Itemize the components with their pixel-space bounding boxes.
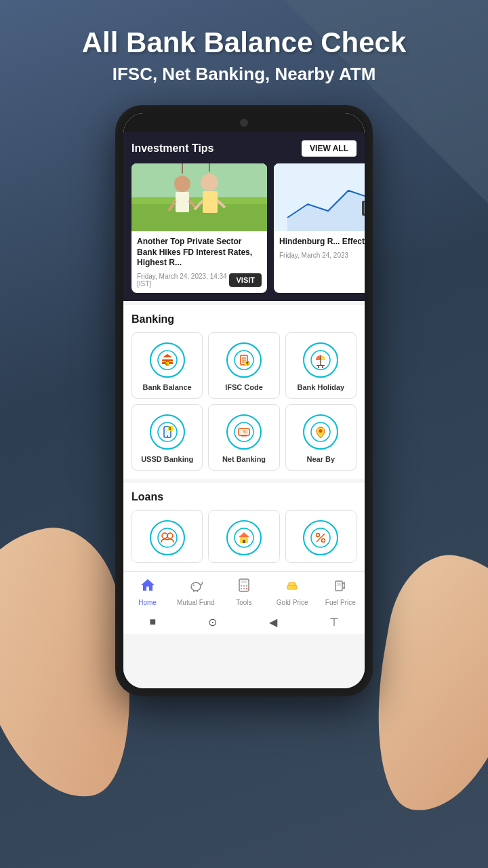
ifsc-code-icon: ₹ <box>226 342 262 378</box>
svg-point-7 <box>201 174 218 191</box>
loan-icon-3 <box>303 520 338 555</box>
ifsc-code-item[interactable]: ₹ IFSC Code <box>208 332 279 399</box>
news-card-body-2: Hindenburg R... Effect: Jack D... Friday… <box>274 231 365 264</box>
bottom-nav: Home <box>123 571 365 610</box>
android-circle-btn[interactable]: ⊙ <box>208 616 217 629</box>
bank-holiday-item[interactable]: Bank Holiday <box>285 332 357 399</box>
nav-tools[interactable]: Tools <box>225 577 263 606</box>
camera-dot <box>240 119 248 127</box>
news-card-date-2: Friday, March 24, 2023 <box>279 252 348 259</box>
android-back-btn[interactable]: ◀ <box>269 616 277 629</box>
nav-gold-price-label: Gold Price <box>277 599 308 606</box>
net-banking-icon: ₹0 <box>226 414 262 450</box>
loan-item-3[interactable] <box>285 510 357 563</box>
news-card-title-2: Hindenburg R... Effect: Jack D... <box>279 237 365 248</box>
gold-price-nav-icon <box>284 577 300 597</box>
svg-text:$: $ <box>169 426 171 430</box>
investment-header: Investment Tips VIEW ALL <box>131 140 357 157</box>
svg-point-68 <box>246 585 247 587</box>
svg-rect-35 <box>322 366 323 368</box>
svg-marker-21 <box>163 354 172 357</box>
nav-home[interactable]: Home <box>129 577 167 606</box>
android-square-btn[interactable]: ■ <box>149 616 156 628</box>
svg-rect-33 <box>317 365 325 366</box>
svg-point-58 <box>322 538 325 542</box>
android-menu-btn[interactable]: ⊤ <box>329 616 339 629</box>
nav-fuel-price-label: Fuel Price <box>325 599 356 606</box>
svg-point-69 <box>241 588 242 589</box>
nav-home-label: Home <box>138 599 157 606</box>
loans-title: Loans <box>131 491 357 503</box>
nav-gold-price[interactable]: Gold Price <box>273 577 311 606</box>
news-card-date-1: Friday, March 24, 2023, 14:34 [IST] <box>137 273 229 288</box>
fuel-price-nav-icon <box>332 577 348 597</box>
loan-item-2[interactable] <box>208 510 279 563</box>
svg-rect-34 <box>318 366 319 368</box>
bank-balance-icon: $ <box>150 342 185 378</box>
nav-tools-label: Tools <box>236 599 251 606</box>
svg-rect-4 <box>176 192 189 212</box>
app-subtitle: IFSC, Net Banking, Nearby ATM <box>20 64 468 85</box>
svg-rect-8 <box>203 191 218 213</box>
loan-item-1[interactable] <box>131 510 203 563</box>
svg-point-71 <box>246 588 247 589</box>
svg-rect-55 <box>243 540 245 543</box>
news-card-meta-1: Friday, March 24, 2023, 14:34 [IST] VISI… <box>137 273 262 288</box>
svg-rect-17 <box>364 202 365 214</box>
news-card-body-1: Another Top Private Sector Bank Hikes FD… <box>131 231 267 293</box>
nearby-item[interactable]: Near By <box>285 404 357 471</box>
loans-grid <box>131 510 357 563</box>
svg-line-59 <box>317 534 325 542</box>
news-card-title-1: Another Top Private Sector Bank Hikes FD… <box>137 237 262 269</box>
android-nav-bar: ■ ⊙ ◀ ⊤ <box>123 610 365 634</box>
investment-section: Investment Tips VIEW ALL <box>123 132 365 301</box>
svg-marker-53 <box>239 532 249 537</box>
nav-mutual-fund[interactable]: Mutual Fund <box>177 577 215 606</box>
mutual-fund-nav-icon <box>188 577 204 597</box>
bank-holiday-label: Bank Holiday <box>297 383 344 391</box>
svg-text:₹0: ₹0 <box>243 430 248 434</box>
header-section: All Bank Balance Check IFSC, Net Banking… <box>0 0 488 98</box>
investment-title: Investment Tips <box>131 142 214 155</box>
ussd-banking-item[interactable]: $ USSD Banking <box>131 404 203 471</box>
visit-button-1[interactable]: VISIT <box>229 273 262 287</box>
svg-point-50 <box>162 533 167 538</box>
nav-fuel-price[interactable]: Fuel Price <box>321 577 359 606</box>
svg-point-3 <box>174 176 190 192</box>
banking-section: Banking $ <box>123 305 365 479</box>
net-banking-item[interactable]: ₹0 Net Banking <box>208 404 279 471</box>
phone-inner: Investment Tips VIEW ALL <box>123 113 365 688</box>
news-card-1[interactable]: Another Top Private Sector Bank Hikes FD… <box>131 163 267 293</box>
svg-rect-1 <box>131 163 267 197</box>
ussd-banking-label: USSD Banking <box>141 455 193 463</box>
net-banking-label: Net Banking <box>222 455 266 463</box>
svg-point-51 <box>167 533 173 538</box>
svg-point-48 <box>319 429 323 433</box>
svg-rect-62 <box>193 590 195 592</box>
phone-notch <box>123 113 365 132</box>
news-card-2[interactable]: Hindenburg R... Effect: Jack D... Friday… <box>274 163 365 293</box>
svg-point-78 <box>343 587 345 589</box>
bank-holiday-icon <box>303 342 338 378</box>
phone-outer: Investment Tips VIEW ALL <box>115 105 373 696</box>
banking-title: Banking <box>131 313 357 326</box>
svg-point-38 <box>167 435 168 437</box>
svg-rect-2 <box>131 204 267 231</box>
home-nav-icon <box>140 577 156 597</box>
banking-grid: $ Bank Balance <box>131 332 357 471</box>
bank-balance-label: Bank Balance <box>143 383 192 391</box>
tools-nav-icon <box>236 577 252 597</box>
news-card-img-2 <box>274 163 365 231</box>
news-card-img-1 <box>131 163 267 231</box>
ussd-banking-icon: $ <box>150 414 185 450</box>
view-all-button[interactable]: VIEW ALL <box>302 140 357 157</box>
svg-point-57 <box>317 533 320 536</box>
nearby-label: Near By <box>307 455 336 463</box>
svg-rect-73 <box>289 583 296 586</box>
screen-content: Investment Tips VIEW ALL <box>123 132 365 688</box>
loans-section: Loans <box>123 483 365 571</box>
loan-icon-1 <box>150 520 185 555</box>
svg-point-66 <box>241 585 242 587</box>
bank-balance-item[interactable]: $ Bank Balance <box>131 332 203 399</box>
nearby-icon <box>303 414 338 450</box>
